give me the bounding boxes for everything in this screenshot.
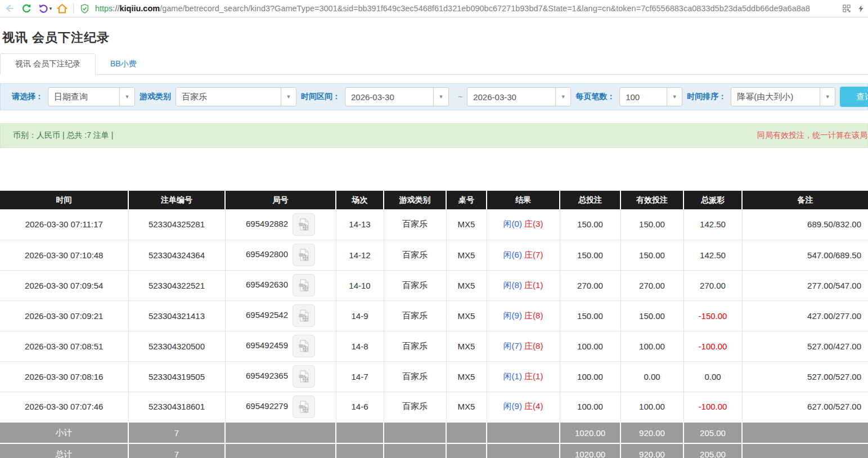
- result-banker: 庄(1): [524, 371, 543, 381]
- cell-note: 627.00/527.00: [742, 392, 868, 422]
- table-row: 2026-03-30 07:11:17 523304325281 6954928…: [0, 209, 868, 240]
- cell-session: 14-9: [336, 300, 384, 331]
- tab-bb-tips[interactable]: BB小费: [96, 54, 151, 74]
- tab-bet-records[interactable]: 视讯 会员下注纪录: [0, 53, 96, 75]
- subtotal-total-bet: 1020.00: [560, 422, 620, 443]
- game-category-label: 游戏类别: [140, 92, 171, 102]
- video-replay-icon[interactable]: [293, 244, 315, 266]
- result-player: 闲(1): [503, 371, 522, 381]
- cell-bet-id: 523304318601: [128, 392, 225, 422]
- total-label: 总计: [0, 443, 128, 458]
- video-replay-icon[interactable]: [293, 396, 315, 418]
- result-player: 闲(6): [503, 250, 522, 259]
- video-replay-icon[interactable]: [293, 274, 315, 297]
- cell-session: 14-6: [336, 392, 384, 422]
- lightning-icon[interactable]: [853, 1, 868, 16]
- column-header: 总投注: [560, 191, 620, 209]
- cell-table: MX5: [446, 240, 487, 270]
- sort-order-value: 降幂(由大到小): [731, 92, 820, 102]
- back-icon[interactable]: [1, 1, 18, 16]
- tab-bar: 视讯 会员下注纪录 BB小费: [0, 54, 868, 75]
- cell-valid-bet: 150.00: [620, 240, 683, 270]
- cell-bet-id: 523304319505: [128, 361, 225, 392]
- cell-round: 695492630: [225, 270, 336, 300]
- result-player: 闲(7): [503, 341, 522, 351]
- address-bar[interactable]: https://kiqiiu.com/game/betrecord_search…: [78, 1, 838, 16]
- cell-round: 695492542: [225, 300, 336, 331]
- cell-bet-id: 523304324364: [128, 240, 225, 270]
- cell-note: 689.50/832.00: [742, 209, 868, 240]
- cell-note: 427.00/277.00: [742, 300, 868, 331]
- cell-total-bet: 100.00: [560, 392, 620, 422]
- home-icon[interactable]: [54, 1, 71, 16]
- game-category-value: 百家乐: [176, 92, 281, 102]
- date-to-value: 2026-03-30: [467, 92, 555, 102]
- per-page-value: 100: [620, 92, 667, 102]
- round-number: 695492882: [246, 219, 288, 228]
- game-category-select[interactable]: 百家乐 ▼: [176, 87, 296, 106]
- cell-time: 2026-03-30 07:08:51: [0, 331, 128, 361]
- cell-payout: -150.00: [683, 300, 742, 331]
- url-text[interactable]: https://kiqiiu.com/game/betrecord_search…: [95, 4, 810, 13]
- video-replay-icon[interactable]: [293, 304, 315, 327]
- cell-time: 2026-03-30 07:09:21: [0, 300, 128, 331]
- column-header: 注单编号: [128, 191, 225, 209]
- cell-table: MX5: [446, 361, 487, 392]
- date-to-select[interactable]: 2026-03-30 ▼: [467, 87, 571, 106]
- cell-table: MX5: [446, 331, 487, 361]
- date-from-select[interactable]: 2026-03-30 ▼: [345, 87, 449, 106]
- video-replay-icon[interactable]: [293, 365, 315, 388]
- total-count: 7: [128, 443, 225, 458]
- cell-session: 14-13: [336, 209, 384, 240]
- per-page-select[interactable]: 100 ▼: [619, 87, 682, 106]
- table-header: 时间注单编号局号场次游戏类别桌号结果总投注有效投注总派彩备注: [0, 191, 868, 209]
- cell-total-bet: 100.00: [560, 361, 620, 392]
- cell-game: 百家乐: [384, 331, 446, 361]
- url-host: kiqiiu.com: [119, 4, 160, 13]
- per-page-label: 每页笔数：: [575, 92, 615, 102]
- cell-note: 527.00/427.00: [742, 331, 868, 361]
- result-banker: 庄(1): [524, 280, 543, 290]
- table-footer: 小计 7 1020.00 920.00 205.00 总计 7 1020.00 …: [0, 422, 868, 458]
- url-scheme: https: [95, 4, 113, 13]
- cell-result: 闲(8) 庄(1): [487, 270, 560, 300]
- qr-code-icon[interactable]: [840, 1, 853, 16]
- cell-round: 695492800: [225, 240, 336, 270]
- cell-note: 527.00/527.00: [742, 361, 868, 392]
- round-number: 695492800: [246, 249, 288, 259]
- cell-game: 百家乐: [384, 209, 446, 240]
- undo-menu-caret-icon[interactable]: ▼: [48, 6, 53, 11]
- range-separator: ~: [458, 92, 462, 101]
- result-player: 闲(0): [503, 219, 522, 228]
- cell-bet-id: 523304325281: [128, 209, 225, 240]
- table-row: 2026-03-30 07:09:54 523304322521 6954926…: [0, 270, 868, 300]
- cell-session: 14-8: [336, 331, 384, 361]
- search-button[interactable]: 查询: [840, 87, 868, 107]
- video-replay-icon[interactable]: [293, 213, 315, 236]
- cell-time: 2026-03-30 07:08:16: [0, 361, 128, 392]
- cell-payout: -100.00: [683, 331, 742, 361]
- chevron-down-icon: ▼: [433, 88, 448, 106]
- security-shield-icon[interactable]: [78, 1, 92, 16]
- video-replay-icon[interactable]: [293, 335, 315, 357]
- cell-time: 2026-03-30 07:11:17: [0, 209, 128, 240]
- sort-order-select[interactable]: 降幂(由大到小) ▼: [731, 87, 835, 106]
- cell-result: 闲(1) 庄(1): [487, 361, 560, 392]
- table-row: 2026-03-30 07:09:21 523304321413 6954925…: [0, 300, 868, 331]
- cell-payout: 0.00: [683, 361, 742, 392]
- cell-note: 277.00/547.00: [742, 270, 868, 300]
- cell-bet-id: 523304322521: [128, 270, 225, 300]
- cell-game: 百家乐: [384, 240, 446, 270]
- cell-bet-id: 523304321413: [128, 300, 225, 331]
- browser-toolbar: ▼ https://kiqiiu.com/game/betrecord_sear…: [0, 0, 868, 17]
- chevron-down-icon: ▼: [281, 88, 296, 106]
- filter-bar: 请选择： 日期查询 ▼ 游戏类别 百家乐 ▼ 时间区间： 2026-03-30 …: [0, 83, 868, 110]
- cell-payout: 142.50: [683, 209, 742, 240]
- subtotal-valid-bet: 920.00: [620, 422, 683, 443]
- total-payout: 205.00: [683, 443, 742, 458]
- query-type-select[interactable]: 日期查询 ▼: [48, 87, 135, 106]
- cell-time: 2026-03-30 07:10:48: [0, 240, 128, 270]
- refresh-icon[interactable]: [18, 1, 35, 16]
- chevron-down-icon: ▼: [119, 88, 134, 106]
- result-banker: 庄(7): [524, 250, 543, 259]
